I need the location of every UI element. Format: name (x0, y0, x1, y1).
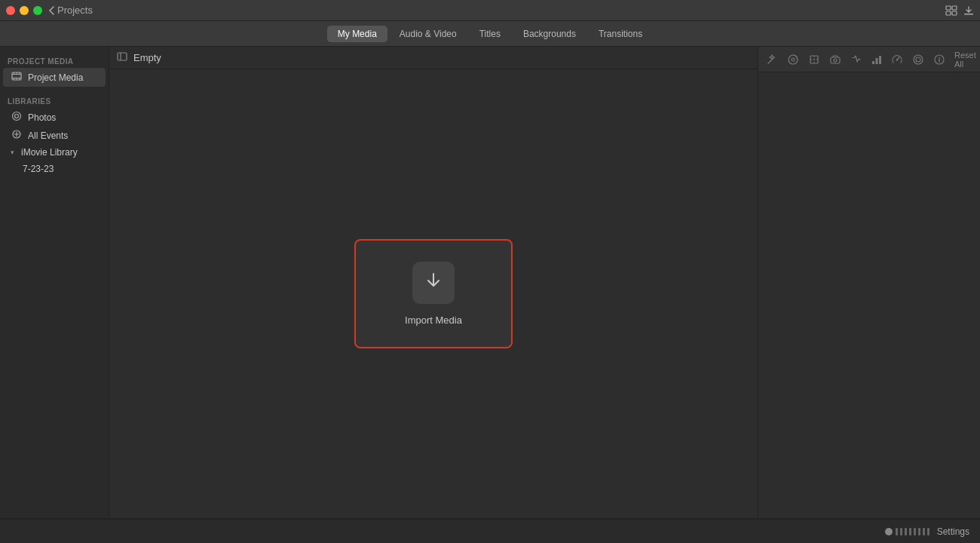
svg-point-14 (13, 112, 21, 121)
svg-point-30 (939, 57, 940, 58)
tab-transitions[interactable]: Transitions (588, 26, 653, 42)
timeline-bar: Settings (0, 519, 980, 543)
svg-rect-4 (964, 14, 973, 15)
svg-rect-13 (19, 78, 20, 80)
media-header: Empty (109, 47, 758, 69)
slider-tick-1 (896, 528, 898, 535)
reset-all-button[interactable]: Reset All (954, 51, 976, 69)
svg-rect-11 (14, 78, 14, 80)
minimize-button[interactable] (20, 6, 29, 15)
sidebar-item-imovie-library-label: iMovie Library (21, 147, 78, 158)
grid-view-icon[interactable] (945, 5, 957, 16)
import-media-label: Import Media (405, 314, 462, 326)
svg-point-26 (896, 59, 898, 60)
back-button[interactable]: Projects (48, 5, 93, 16)
tab-audio-video[interactable]: Audio & Video (389, 26, 467, 42)
magic-wand-icon[interactable] (766, 54, 778, 66)
svg-rect-8 (14, 72, 14, 74)
main-layout: PROJECT MEDIA Project Media LIBRARIES (0, 47, 980, 519)
sidebar-toggle-icon[interactable] (117, 52, 127, 63)
settings-button[interactable]: Settings (937, 526, 969, 537)
audio-icon[interactable] (850, 54, 862, 66)
color-wheel-icon[interactable] (787, 54, 799, 66)
svg-rect-9 (17, 72, 17, 74)
svg-rect-1 (952, 6, 957, 10)
slider-tick-3 (905, 528, 907, 535)
svg-point-27 (914, 55, 923, 64)
slider-track (896, 528, 929, 535)
svg-rect-21 (831, 57, 840, 63)
svg-rect-17 (118, 53, 127, 60)
svg-rect-10 (19, 72, 20, 74)
svg-point-19 (792, 58, 795, 61)
slider-tick-4 (909, 528, 911, 535)
sidebar-item-project-media-label: Project Media (28, 72, 83, 83)
svg-rect-6 (12, 74, 21, 75)
project-media-section-label: PROJECT MEDIA (0, 53, 109, 68)
slider-tick-7 (923, 528, 925, 535)
crop-icon[interactable] (808, 54, 820, 66)
tab-titles[interactable]: Titles (469, 26, 511, 42)
svg-rect-25 (879, 56, 881, 64)
inspector-toolbar: Reset All (758, 47, 980, 72)
sidebar-item-date[interactable]: 7-23-23 (3, 161, 106, 177)
slider-tick-6 (918, 528, 920, 535)
slider-tick-5 (914, 528, 916, 535)
info-icon[interactable] (933, 54, 945, 66)
sidebar-item-photos[interactable]: Photos (3, 108, 106, 127)
svg-point-28 (916, 57, 920, 62)
slider-dot (885, 528, 893, 535)
chevron-down-icon: ▾ (11, 149, 14, 156)
filter-icon[interactable] (912, 54, 924, 66)
media-area: Empty Import Media (109, 47, 758, 518)
libraries-section-label: LIBRARIES (0, 93, 109, 108)
sidebar: PROJECT MEDIA Project Media LIBRARIES (0, 47, 109, 518)
plus-icon (11, 130, 23, 141)
sidebar-item-all-events[interactable]: All Events (3, 127, 106, 144)
tabbar: My Media Audio & Video Titles Background… (0, 21, 980, 47)
download-icon[interactable] (963, 5, 974, 16)
import-icon-circle (412, 262, 455, 304)
sidebar-item-date-label: 7-23-23 (23, 164, 54, 174)
sidebar-item-project-media[interactable]: Project Media (3, 68, 106, 87)
svg-point-22 (834, 59, 837, 62)
timeline-slider-area (885, 528, 929, 535)
svg-rect-12 (17, 78, 17, 80)
film-icon (11, 71, 23, 84)
titlebar-right-icons (945, 5, 974, 16)
sidebar-item-all-events-label: All Events (28, 130, 68, 141)
tab-backgrounds[interactable]: Backgrounds (513, 26, 586, 42)
speed-icon[interactable] (891, 54, 903, 66)
svg-rect-2 (946, 11, 951, 15)
slider-tick-2 (900, 528, 902, 535)
svg-rect-23 (872, 61, 874, 64)
tab-my-media[interactable]: My Media (327, 26, 387, 42)
camera-icon[interactable] (829, 54, 841, 66)
close-button[interactable] (6, 6, 15, 15)
import-media-button[interactable]: Import Media (354, 239, 513, 348)
import-arrow-icon (424, 272, 443, 294)
sidebar-item-imovie-library[interactable]: ▾ iMovie Library (3, 144, 106, 161)
media-content: Import Media (109, 69, 758, 518)
media-header-title: Empty (133, 52, 161, 63)
photos-icon (11, 111, 23, 124)
back-label: Projects (57, 5, 93, 16)
chevron-left-icon (48, 6, 54, 15)
svg-rect-0 (946, 6, 951, 10)
svg-point-15 (15, 115, 19, 118)
svg-rect-24 (876, 58, 878, 64)
traffic-lights (6, 6, 42, 15)
titlebar: Projects (0, 0, 980, 21)
slider-tick-8 (927, 528, 929, 535)
sidebar-item-photos-label: Photos (28, 112, 56, 123)
maximize-button[interactable] (33, 6, 42, 15)
svg-rect-3 (952, 11, 957, 15)
bars-icon[interactable] (871, 54, 882, 65)
inspector: Reset All (758, 47, 980, 518)
